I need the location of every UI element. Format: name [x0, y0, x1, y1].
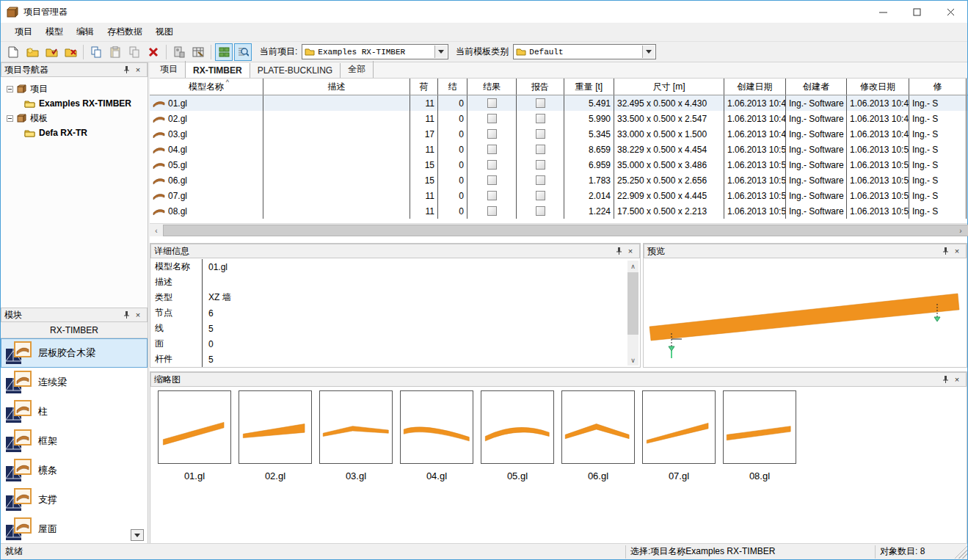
- table-row-06.gl[interactable]: 06.gl1501.78325.250 x 0.500 x 2.6561.06.…: [150, 172, 967, 188]
- report-checkbox[interactable]: [536, 206, 545, 216]
- minimize-button[interactable]: [866, 1, 900, 23]
- thumbnail-image[interactable]: [319, 390, 393, 464]
- close-icon[interactable]: ×: [132, 65, 144, 75]
- resize-grip[interactable]: [954, 545, 967, 559]
- tab-全部[interactable]: 全部: [341, 61, 374, 78]
- template-category-combobox[interactable]: Default: [513, 44, 656, 59]
- results-checkbox[interactable]: [487, 98, 497, 108]
- menu-item-模型[interactable]: 模型: [39, 23, 70, 40]
- report-checkbox[interactable]: [536, 145, 545, 154]
- menu-item-存档数据[interactable]: 存档数据: [101, 23, 149, 40]
- report-checkbox[interactable]: [536, 175, 545, 185]
- menu-item-项目[interactable]: 项目: [8, 23, 39, 40]
- report-checkbox[interactable]: [536, 129, 545, 139]
- scroll-down-icon[interactable]: ∨: [627, 354, 638, 366]
- results-checkbox[interactable]: [487, 160, 497, 170]
- column-header-desc[interactable]: 描述: [263, 79, 410, 95]
- table-row-04.gl[interactable]: 04.gl1108.65938.229 x 0.500 x 4.4541.06.…: [150, 142, 967, 157]
- pin-icon[interactable]: [939, 246, 951, 256]
- thumbnail-image[interactable]: [239, 390, 312, 464]
- paste-icon[interactable]: [106, 43, 124, 61]
- scrollbar-thumb[interactable]: [163, 225, 968, 236]
- current-project-combobox[interactable]: Examples RX-TIMBER: [302, 44, 448, 59]
- report-checkbox[interactable]: [536, 191, 545, 200]
- pin-icon[interactable]: [120, 310, 132, 320]
- scrollbar-thumb[interactable]: [627, 272, 638, 335]
- expander-icon[interactable]: [7, 115, 13, 122]
- pin-icon[interactable]: [613, 246, 625, 256]
- column-header-name[interactable]: 模型名称^: [150, 79, 263, 95]
- combo-dropdown-button[interactable]: [434, 46, 447, 58]
- tree-node-Defa RX-TR[interactable]: Defa RX-TR: [2, 126, 146, 140]
- column-header-modifier[interactable]: 修: [909, 79, 967, 95]
- tab-项目[interactable]: 项目: [153, 61, 186, 78]
- table-row-08.gl[interactable]: 08.gl1101.22417.500 x 0.500 x 2.2131.06.…: [150, 203, 967, 219]
- tab-RX-TIMBER[interactable]: RX-TIMBER: [186, 63, 250, 78]
- close-icon[interactable]: ×: [625, 246, 636, 256]
- scroll-up-icon[interactable]: ∧: [627, 261, 638, 272]
- results-checkbox[interactable]: [487, 191, 497, 200]
- details-view-icon[interactable]: [234, 43, 252, 61]
- thumbnail-05.gl[interactable]: 05.gl: [477, 390, 558, 481]
- module-item-框架[interactable]: 框架: [1, 426, 148, 456]
- thumbnail-03.gl[interactable]: 03.gl: [316, 390, 396, 481]
- pin-icon[interactable]: [939, 374, 951, 385]
- module-item-连续梁[interactable]: 连续梁: [1, 368, 148, 397]
- thumbnail-08.gl[interactable]: 08.gl: [719, 390, 800, 481]
- close-icon[interactable]: ×: [132, 310, 144, 320]
- table-icon[interactable]: [189, 43, 207, 61]
- table-row-05.gl[interactable]: 05.gl1506.95935.000 x 0.500 x 3.4861.06.…: [150, 157, 967, 172]
- pin-icon[interactable]: [120, 65, 132, 75]
- folder-check-icon[interactable]: [43, 43, 60, 61]
- module-item-层板胶合木梁[interactable]: 层板胶合木梁: [1, 338, 148, 368]
- module-item-檩条[interactable]: 檩条: [1, 456, 148, 485]
- thumbnail-image[interactable]: [723, 390, 796, 464]
- table-row-02.gl[interactable]: 02.gl1105.99033.500 x 0.500 x 2.5471.06.…: [150, 111, 967, 126]
- report-checkbox[interactable]: [536, 114, 545, 123]
- close-button[interactable]: [934, 1, 967, 23]
- thumbnails-view-icon[interactable]: [215, 43, 233, 61]
- tree-node-项目[interactable]: 项目: [2, 81, 146, 96]
- thumbnail-01.gl[interactable]: 01.gl: [154, 390, 235, 481]
- copy-icon[interactable]: [87, 43, 105, 61]
- details-vertical-scrollbar[interactable]: ∧ ∨: [627, 261, 638, 366]
- column-header-creator[interactable]: 创建者: [786, 79, 847, 95]
- close-icon[interactable]: ×: [951, 246, 963, 256]
- tree-node-Examples RX-TIMBER[interactable]: Examples RX-TIMBER: [2, 96, 146, 111]
- results-checkbox[interactable]: [487, 145, 497, 154]
- thumbnail-02.gl[interactable]: 02.gl: [235, 390, 316, 481]
- thumbnail-04.gl[interactable]: 04.gl: [396, 390, 477, 481]
- column-header-created[interactable]: 创建日期: [724, 79, 786, 95]
- module-item-屋面[interactable]: 屋面: [1, 514, 148, 544]
- module-item-柱[interactable]: 柱: [1, 397, 148, 426]
- scroll-left-icon[interactable]: ‹: [150, 225, 162, 236]
- thumbnail-07.gl[interactable]: 07.gl: [638, 390, 719, 481]
- column-header-weight[interactable]: 重量 [t]: [564, 79, 614, 95]
- column-header-loads[interactable]: 荷: [410, 79, 438, 95]
- new-page-icon[interactable]: [4, 43, 22, 61]
- scroll-right-icon[interactable]: ›: [955, 225, 967, 236]
- column-header-report[interactable]: 报告: [517, 79, 564, 95]
- thumbnail-image[interactable]: [400, 390, 473, 464]
- thumbnail-06.gl[interactable]: 06.gl: [558, 390, 638, 481]
- thumbnail-image[interactable]: [561, 390, 635, 464]
- close-icon[interactable]: ×: [951, 374, 963, 385]
- maximize-button[interactable]: [900, 1, 934, 23]
- modules-group-header[interactable]: RX-TIMBER: [1, 322, 148, 338]
- menu-item-视图[interactable]: 视图: [149, 23, 180, 40]
- table-row-07.gl[interactable]: 07.gl1102.01422.909 x 0.500 x 4.4451.06.…: [150, 188, 967, 203]
- report-checkbox[interactable]: [536, 98, 545, 108]
- thumbnail-image[interactable]: [481, 390, 554, 464]
- card-icon[interactable]: [170, 43, 188, 61]
- column-header-modified[interactable]: 修改日期: [847, 79, 909, 95]
- modules-scroll-down-button[interactable]: [131, 529, 144, 541]
- table-row-03.gl[interactable]: 03.gl1705.34533.000 x 0.500 x 1.5001.06.…: [150, 126, 967, 142]
- table-horizontal-scrollbar[interactable]: ‹ ›: [150, 223, 967, 236]
- delete-icon[interactable]: [145, 43, 162, 61]
- results-checkbox[interactable]: [487, 206, 497, 216]
- folder-delete-icon[interactable]: [62, 43, 79, 61]
- table-row-01.gl[interactable]: 01.gl1105.49132.495 x 0.500 x 4.4301.06.…: [150, 95, 967, 111]
- column-header-dims[interactable]: 尺寸 [m]: [614, 79, 724, 95]
- tab-PLATE-BUCKLING[interactable]: PLATE-BUCKLING: [250, 63, 341, 78]
- results-checkbox[interactable]: [487, 129, 497, 139]
